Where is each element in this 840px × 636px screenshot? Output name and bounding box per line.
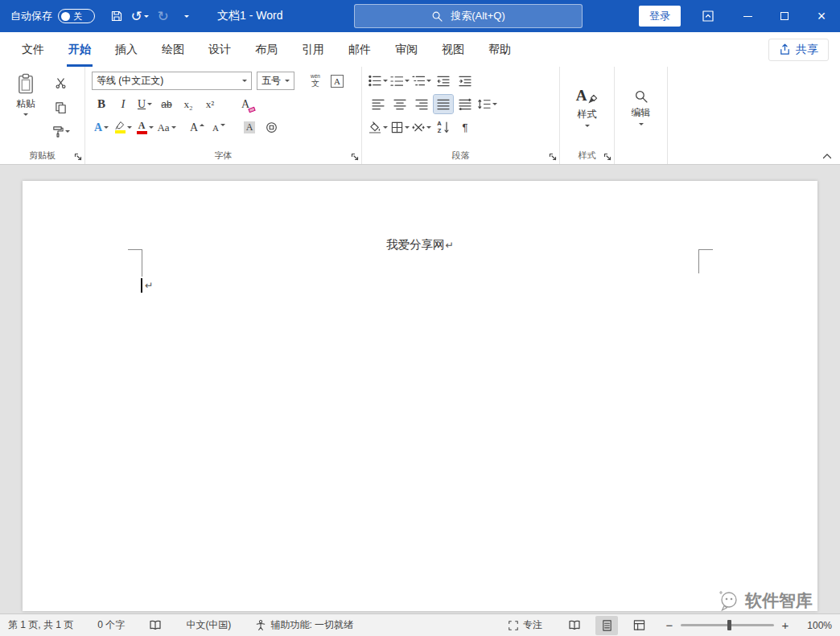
- line-spacing-button[interactable]: [477, 95, 497, 113]
- increase-indent-icon: [459, 75, 471, 87]
- italic-button[interactable]: I: [113, 95, 133, 113]
- zoom-slider-thumb[interactable]: [727, 620, 731, 630]
- borders-button[interactable]: [390, 118, 410, 137]
- share-button[interactable]: 共享: [768, 39, 829, 61]
- autosave-toggle[interactable]: 自动保存 关: [10, 9, 95, 23]
- proofing-status[interactable]: [149, 619, 162, 631]
- decrease-indent-button[interactable]: [434, 72, 453, 90]
- character-border-button[interactable]: A: [327, 72, 347, 90]
- highlighter-icon: [114, 121, 126, 133]
- language-status[interactable]: 中文(中国): [186, 618, 231, 632]
- subscript-button[interactable]: x₂: [179, 95, 198, 113]
- tab-layout[interactable]: 布局: [243, 32, 290, 67]
- strikethrough-button[interactable]: ab: [157, 95, 176, 113]
- show-hide-marks-button[interactable]: ¶: [455, 118, 475, 137]
- align-right-button[interactable]: [412, 95, 431, 113]
- dropdown-caret: [104, 126, 109, 129]
- tab-references[interactable]: 引用: [290, 32, 336, 67]
- print-layout-icon: [601, 619, 613, 632]
- clipboard-dialog-launcher[interactable]: [74, 153, 82, 161]
- text-effects-button[interactable]: A: [92, 118, 111, 137]
- tab-file[interactable]: 文件: [10, 32, 56, 67]
- styles-dialog-launcher[interactable]: [603, 153, 611, 161]
- cut-button[interactable]: [51, 74, 70, 92]
- copy-button[interactable]: [51, 98, 70, 117]
- multilevel-list-button[interactable]: [412, 72, 431, 90]
- signin-button[interactable]: 登录: [639, 6, 681, 27]
- dialog-launcher-icon: [74, 153, 82, 161]
- tab-mailings[interactable]: 邮件: [336, 32, 383, 67]
- print-layout-button[interactable]: [595, 616, 618, 635]
- zoom-in-button[interactable]: +: [779, 618, 792, 632]
- justify-button[interactable]: [434, 95, 453, 113]
- align-left-button[interactable]: [369, 95, 388, 113]
- enclose-characters-button[interactable]: [261, 118, 281, 137]
- format-painter-button[interactable]: [51, 122, 70, 141]
- accessibility-status[interactable]: 辅助功能: 一切就绪: [255, 618, 353, 632]
- collapse-ribbon-button[interactable]: [822, 153, 832, 159]
- shading-button[interactable]: [369, 118, 388, 137]
- tab-view[interactable]: 视图: [430, 32, 476, 67]
- font-name-value: 等线 (中文正文): [97, 74, 163, 88]
- tab-home[interactable]: 开始: [56, 32, 103, 67]
- zoom-level[interactable]: 100%: [798, 620, 832, 631]
- phonetic-guide-icon: wén 文: [311, 74, 320, 88]
- paste-button[interactable]: 粘贴: [6, 72, 45, 116]
- font-name-combo[interactable]: 等线 (中文正文): [92, 72, 252, 90]
- distribute-button[interactable]: [455, 95, 475, 113]
- word-count[interactable]: 0 个字: [97, 618, 125, 632]
- font-dialog-launcher[interactable]: [351, 153, 359, 161]
- tab-draw[interactable]: 绘图: [150, 32, 196, 67]
- status-bar: 第 1 页, 共 1 页 0 个字 中文(中国) 辅助功能: 一切就绪 专注 −…: [0, 613, 840, 636]
- superscript-button[interactable]: x²: [200, 95, 220, 113]
- justify-icon: [437, 98, 450, 110]
- redo-button[interactable]: ↻: [151, 3, 175, 29]
- tab-help[interactable]: 帮助: [476, 32, 523, 67]
- page-indicator[interactable]: 第 1 页, 共 1 页: [8, 618, 73, 632]
- numbering-button[interactable]: [390, 72, 410, 90]
- search-box[interactable]: 搜索(Alt+Q): [354, 4, 583, 28]
- tab-review[interactable]: 审阅: [383, 32, 430, 67]
- phonetic-guide-button[interactable]: wén 文: [306, 72, 325, 90]
- asian-layout-button[interactable]: [412, 118, 431, 137]
- character-shading-button[interactable]: A: [240, 118, 259, 137]
- customize-qat-button[interactable]: [175, 3, 198, 29]
- shrink-font-button[interactable]: A: [209, 118, 229, 137]
- editing-button[interactable]: 编辑: [615, 67, 667, 147]
- autosave-switch[interactable]: 关: [58, 9, 95, 23]
- save-button[interactable]: [105, 3, 128, 29]
- close-button[interactable]: ×: [803, 0, 840, 32]
- font-size-combo[interactable]: 五号: [257, 72, 294, 90]
- styles-button[interactable]: A 样式: [560, 67, 614, 147]
- zoom-slider[interactable]: [681, 624, 774, 626]
- tab-insert[interactable]: 插入: [103, 32, 150, 67]
- maximize-button[interactable]: [766, 0, 803, 32]
- dropdown-caret: [426, 80, 431, 82]
- grow-font-button[interactable]: A: [187, 118, 207, 137]
- align-center-button[interactable]: [390, 95, 410, 113]
- read-mode-button[interactable]: [563, 616, 586, 635]
- highlight-color-button[interactable]: [113, 118, 133, 137]
- ribbon-display-options-button[interactable]: [702, 10, 714, 23]
- undo-button[interactable]: ↺: [128, 3, 151, 29]
- dropdown-caret: [23, 113, 28, 116]
- paragraph-mark: ↵: [446, 240, 454, 251]
- tab-design[interactable]: 设计: [196, 32, 243, 67]
- web-layout-button[interactable]: [628, 616, 650, 635]
- underline-button[interactable]: U: [135, 95, 154, 113]
- minimize-icon: [743, 16, 752, 17]
- focus-button[interactable]: 专注: [508, 618, 542, 632]
- zoom-out-button[interactable]: −: [663, 618, 676, 632]
- clipboard-small-buttons: [51, 74, 70, 141]
- document-page[interactable]: 我爱分享网↵ ↵: [23, 181, 817, 611]
- paragraph-dialog-launcher[interactable]: [549, 153, 557, 161]
- change-case-button[interactable]: Aa: [157, 118, 176, 137]
- sort-button[interactable]: A Z: [434, 118, 453, 137]
- bold-button[interactable]: B: [92, 95, 111, 113]
- clear-formatting-button[interactable]: A: [236, 95, 255, 113]
- minimize-button[interactable]: [729, 0, 766, 32]
- font-color-button[interactable]: A: [135, 118, 154, 137]
- bullets-button[interactable]: [369, 72, 388, 90]
- increase-indent-button[interactable]: [455, 72, 475, 90]
- paragraph-group-label: 段落: [362, 150, 559, 162]
